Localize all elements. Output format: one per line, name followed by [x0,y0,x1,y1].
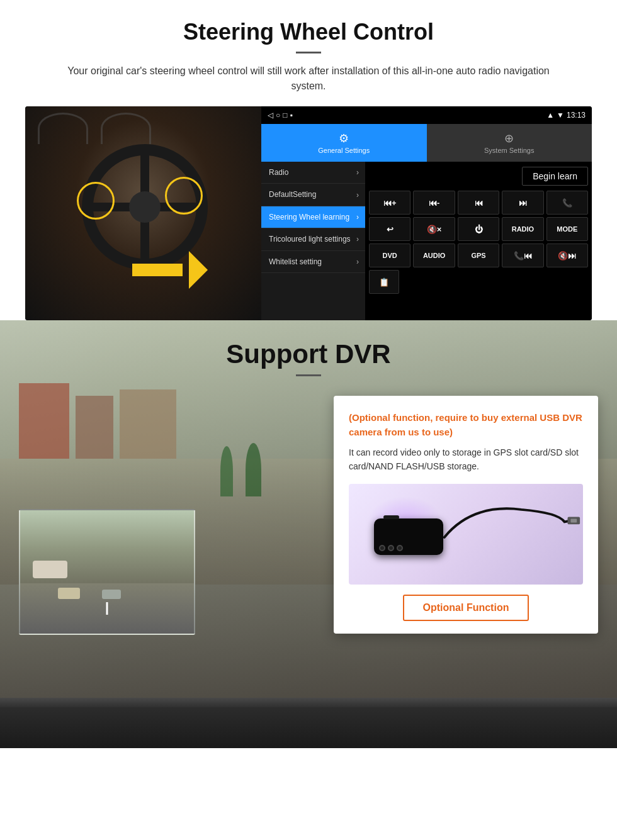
ctrl-row-2: ↩ 🔇× ⏻ RADIO MODE [369,217,588,241]
ctrl-audio[interactable]: AUDIO [413,244,455,267]
ctrl-prev[interactable]: ⏮ [458,191,499,215]
menu-item-whitelist[interactable]: Whitelist setting › [261,251,365,273]
nav-back-icon: ◁ [268,111,273,120]
tab-general-label: General Settings [318,147,370,154]
dvr-title-divider [296,374,321,376]
steering-photo-bg [25,106,261,320]
ctrl-vol-down[interactable]: ⏮- [413,191,455,215]
menu-item-whitelist-label: Whitelist setting [269,257,322,266]
menu-item-steering[interactable]: Steering Wheel learning › [261,206,365,228]
dvr-section: Support DVR (Optional function, require … [0,320,617,748]
steering-photo [25,106,261,320]
nav-menu-icon: ▪ [290,111,293,120]
menu-item-default-label: DefaultSetting [269,190,316,199]
menu-item-default[interactable]: DefaultSetting › [261,184,365,206]
menu-item-radio[interactable]: Radio › [261,162,365,184]
ctrl-mute[interactable]: 🔇× [413,217,455,241]
arrow-indicator [132,251,208,289]
ctrl-radio[interactable]: RADIO [502,217,543,241]
begin-learn-row: Begin learn [369,165,588,188]
android-statusbar: ◁ ○ □ ▪ ▲ ▼ 13:13 [261,106,592,124]
nav-home-icon: ○ [276,111,280,120]
ctrl-next[interactable]: ⏭ [502,191,543,215]
tab-general-settings[interactable]: ⚙ General Settings [261,124,427,162]
highlight-circle-left [77,182,115,220]
ctrl-back[interactable]: ↩ [369,217,410,241]
menu-item-tricoloured[interactable]: Tricoloured light settings › [261,228,365,250]
ctrl-dvd[interactable]: DVD [369,244,410,267]
android-ui-panel: ◁ ○ □ ▪ ▲ ▼ 13:13 ⚙ General Settings ⊕ S… [261,106,592,320]
ctrl-vol-up[interactable]: ⏮+ [369,191,410,215]
system-settings-icon: ⊕ [504,132,514,145]
road-center-line [106,602,108,615]
ctrl-row-1: ⏮+ ⏮- ⏮ ⏭ 📞 [369,191,588,215]
dvr-desc-text: It can record video only to storage in G… [349,445,583,474]
status-wifi: ▼ [557,111,564,120]
ctrl-extra[interactable]: 📋 [369,270,399,294]
dashboard-bar [0,698,617,748]
section-subtitle: Your original car's steering wheel contr… [50,64,567,94]
status-signal: ▲ [546,111,554,120]
steering-composite: ◁ ○ □ ▪ ▲ ▼ 13:13 ⚙ General Settings ⊕ S… [25,106,592,320]
chevron-icon: › [356,168,359,177]
ctrl-mute-next[interactable]: 🔇⏭ [546,244,588,267]
dvr-info-card: (Optional function, require to buy exter… [334,396,598,634]
dvr-inset-photo [19,509,195,635]
menu-controls-area: Radio › DefaultSetting › Steering Wheel … [261,162,592,320]
chevron-icon: › [356,191,359,199]
page-title: Steering Wheel Control [25,19,592,45]
status-time: 13:13 [567,111,586,120]
tab-system-label: System Settings [484,147,534,154]
dvr-title-area: Support DVR [0,320,617,383]
ctrl-gps[interactable]: GPS [458,244,499,267]
nav-recent-icon: □ [283,111,287,120]
dvr-optional-text: (Optional function, require to buy exter… [349,411,583,439]
ctrl-mode[interactable]: MODE [546,217,588,241]
menu-item-tricoloured-label: Tricoloured light settings [269,235,351,244]
dvr-background: Support DVR (Optional function, require … [0,320,617,748]
highlight-circle-right [165,177,203,215]
chevron-icon: › [356,213,359,221]
optional-function-button[interactable]: Optional Function [403,595,529,621]
controls-area: Begin learn ⏮+ ⏮- ⏮ ⏭ 📞 ↩ 🔇× ⏻ [365,162,592,320]
ctrl-phone-prev[interactable]: 📞⏮ [502,244,543,267]
general-settings-icon: ⚙ [339,132,349,145]
tab-system-settings[interactable]: ⊕ System Settings [427,124,592,162]
menu-item-steering-label: Steering Wheel learning [269,213,349,221]
dvr-camera-illustration [349,484,583,585]
menu-list: Radio › DefaultSetting › Steering Wheel … [261,162,365,320]
ctrl-phone[interactable]: 📞 [546,191,588,215]
dvr-section-title: Support DVR [0,339,617,369]
title-divider [296,52,321,53]
chevron-icon: › [356,235,359,244]
steering-section: Steering Wheel Control Your original car… [0,0,617,320]
menu-item-radio-label: Radio [269,168,288,177]
chevron-icon: › [356,257,359,266]
svg-rect-1 [570,518,577,522]
android-tab-bar: ⚙ General Settings ⊕ System Settings [261,124,592,162]
begin-learn-button[interactable]: Begin learn [522,167,588,186]
ctrl-power[interactable]: ⏻ [458,217,499,241]
ctrl-row-4: 📋 [369,270,588,294]
ctrl-row-3: DVD AUDIO GPS 📞⏮ 🔇⏭ [369,244,588,267]
